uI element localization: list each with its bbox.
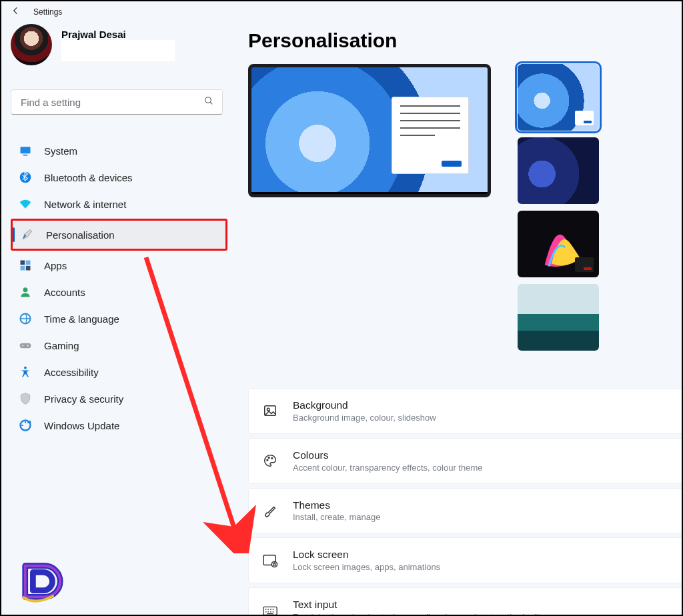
svg-rect-6 — [21, 266, 25, 271]
svg-point-12 — [27, 345, 29, 346]
sidebar-item-label: Personalisation — [46, 229, 115, 241]
row-colours[interactable]: Colours Accent colour, transparency effe… — [248, 438, 683, 484]
person-icon — [19, 285, 32, 299]
sidebar-item-label: System — [44, 145, 77, 157]
search-input[interactable] — [19, 96, 193, 109]
paintbrush-icon — [21, 228, 34, 241]
page-title: Personalisation — [248, 29, 682, 52]
shield-icon — [19, 392, 32, 405]
row-title: Text input — [293, 599, 548, 611]
svg-point-17 — [267, 459, 268, 461]
sidebar-item-label: Privacy & security — [44, 393, 123, 405]
sidebar-item-system[interactable]: System — [11, 137, 227, 164]
row-title: Colours — [293, 449, 482, 461]
row-title: Themes — [293, 499, 381, 511]
sidebar-item-personalisation[interactable]: Personalisation — [13, 221, 225, 248]
svg-rect-10 — [20, 343, 31, 349]
theme-thumb-2[interactable] — [518, 137, 599, 204]
svg-rect-4 — [21, 261, 25, 265]
bluetooth-icon — [19, 171, 32, 184]
monitor-icon — [19, 144, 32, 157]
brush-icon — [262, 503, 278, 519]
sidebar-item-privacy[interactable]: Privacy & security — [11, 385, 227, 412]
search-icon — [203, 95, 214, 109]
sidebar-item-time-language[interactable]: Time & language — [11, 305, 227, 332]
palette-icon — [262, 453, 278, 469]
back-icon[interactable] — [11, 5, 21, 19]
gamepad-icon — [19, 339, 32, 352]
svg-point-3 — [20, 172, 31, 183]
svg-point-16 — [267, 409, 269, 411]
main-panel: Personalisation — [248, 29, 682, 616]
window-header: Settings — [1, 1, 682, 20]
sidebar-item-accessibility[interactable]: Accessibility — [11, 359, 227, 385]
picture-icon — [262, 403, 278, 419]
profile-block[interactable]: Prajwal Desai — [11, 24, 231, 65]
svg-rect-2 — [23, 155, 28, 156]
globe-clock-icon — [19, 312, 32, 325]
lockscreen-icon — [262, 553, 278, 569]
svg-point-18 — [268, 457, 269, 459]
sidebar-item-label: Network & internet — [44, 199, 126, 210]
sidebar-item-update[interactable]: Windows Update — [11, 412, 227, 439]
sidebar-item-label: Accounts — [44, 287, 85, 298]
sidebar-item-bluetooth[interactable]: Bluetooth & devices — [11, 164, 227, 191]
user-email-hidden — [61, 40, 175, 61]
watermark-badge — [16, 559, 68, 605]
row-background[interactable]: Background Background image, colour, sli… — [248, 388, 683, 434]
sidebar-item-apps[interactable]: Apps — [11, 252, 227, 279]
svg-point-13 — [24, 367, 27, 369]
accessibility-icon — [19, 365, 32, 379]
svg-rect-5 — [26, 261, 31, 265]
row-subtitle: Background image, colour, slideshow — [293, 413, 436, 423]
row-title: Background — [293, 399, 436, 411]
sidebar-item-label: Windows Update — [44, 420, 119, 431]
svg-point-8 — [23, 287, 28, 292]
svg-point-11 — [22, 345, 23, 346]
preview-notecard — [392, 97, 469, 174]
sidebar-item-label: Apps — [44, 260, 67, 271]
theme-thumbnail-grid — [518, 64, 682, 351]
sidebar: Prajwal Desai System Bluetooth & devices — [11, 24, 231, 439]
search-box[interactable] — [11, 89, 223, 115]
sidebar-item-accounts[interactable]: Accounts — [11, 279, 227, 305]
row-subtitle: Lock screen images, apps, animations — [293, 562, 440, 572]
update-icon — [19, 419, 32, 432]
sidebar-item-gaming[interactable]: Gaming — [11, 332, 227, 359]
theme-preview-large — [248, 64, 491, 197]
row-title: Lock screen — [293, 549, 440, 561]
user-name: Prajwal Desai — [61, 29, 175, 40]
row-subtitle: Accent colour, transparency effects, col… — [293, 463, 482, 473]
wifi-icon — [19, 197, 32, 211]
svg-point-19 — [271, 458, 273, 459]
keyboard-icon — [262, 603, 278, 616]
row-themes[interactable]: Themes Install, create, manage — [248, 488, 683, 534]
row-textinput[interactable]: Text input Touch keyboard, voice typing,… — [248, 587, 683, 616]
svg-rect-1 — [21, 147, 31, 153]
sidebar-item-label: Bluetooth & devices — [44, 172, 133, 183]
avatar — [11, 24, 52, 65]
sidebar-item-network[interactable]: Network & internet — [11, 191, 227, 217]
theme-thumb-1[interactable] — [518, 64, 599, 131]
svg-rect-7 — [26, 266, 31, 271]
theme-thumb-4[interactable] — [518, 284, 599, 351]
sidebar-item-label: Accessibility — [44, 367, 99, 378]
sidebar-item-label: Time & language — [44, 313, 119, 325]
svg-point-0 — [205, 97, 211, 103]
row-lockscreen[interactable]: Lock screen Lock screen images, apps, an… — [248, 537, 683, 583]
row-subtitle: Install, create, manage — [293, 512, 381, 522]
theme-thumb-3[interactable] — [518, 211, 599, 277]
settings-list: Background Background image, colour, sli… — [248, 388, 683, 616]
row-subtitle: Touch keyboard, voice typing, emoji and … — [293, 612, 548, 616]
window-title: Settings — [33, 7, 62, 17]
sidebar-nav: System Bluetooth & devices Network & int… — [11, 137, 227, 439]
apps-icon — [19, 259, 32, 272]
sidebar-item-label: Gaming — [44, 340, 79, 351]
